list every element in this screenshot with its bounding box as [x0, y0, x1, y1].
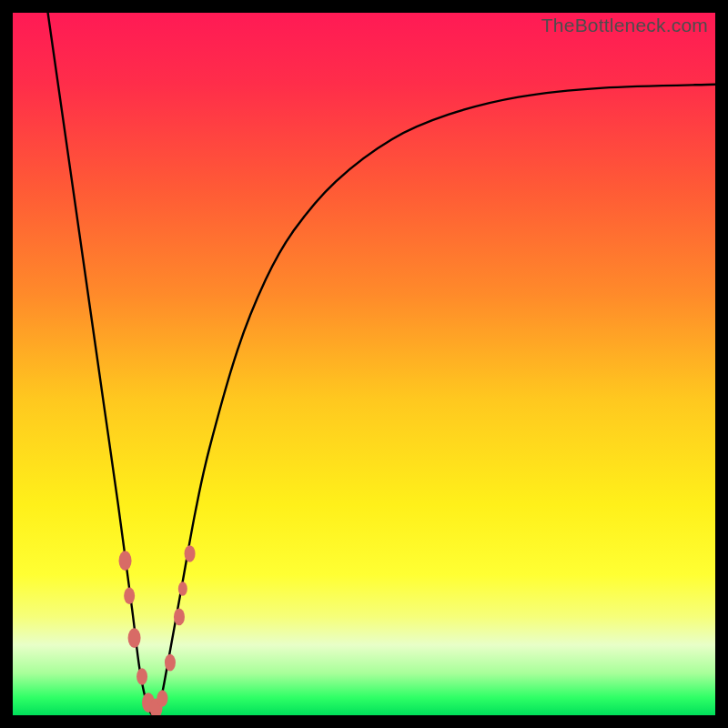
watermark-text: TheBottleneck.com	[541, 15, 708, 36]
curve-marker	[185, 545, 196, 562]
curve-marker	[128, 628, 141, 648]
curve-marker	[174, 609, 185, 626]
curve-layer	[13, 13, 715, 715]
plot-area: TheBottleneck.com	[13, 13, 715, 715]
curve-marker	[119, 551, 132, 571]
curve-marker	[136, 668, 147, 685]
bottleneck-curve	[48, 13, 715, 715]
curve-marker	[124, 587, 135, 604]
curve-marker	[178, 581, 187, 596]
curve-marker	[157, 690, 167, 707]
chart-frame: TheBottleneck.com	[0, 0, 728, 728]
curve-marker	[165, 654, 176, 672]
